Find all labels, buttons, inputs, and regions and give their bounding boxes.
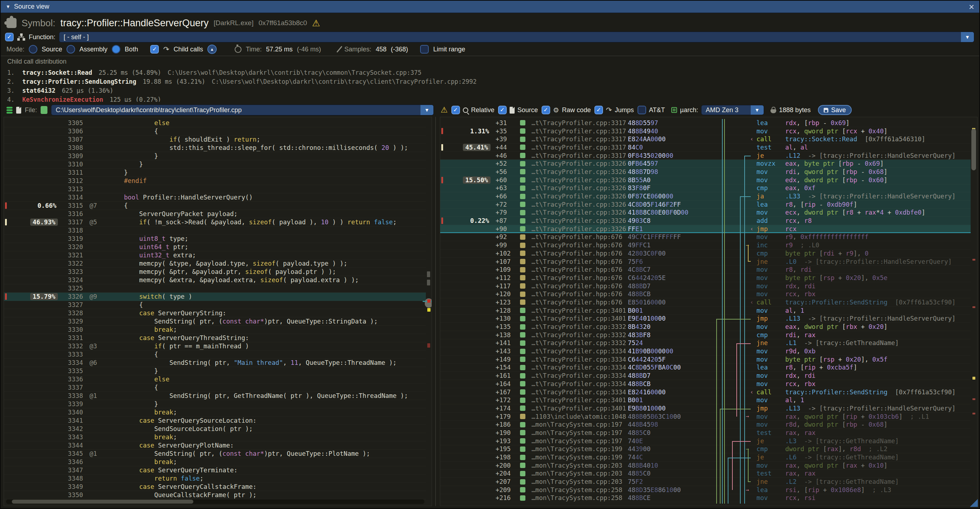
asm-row[interactable]: +174…t\TracyProfiler.cpp:3401E9B8010000j…: [440, 404, 970, 413]
source-line-row[interactable]: 3333 {: [4, 350, 426, 359]
asm-source-location[interactable]: …t\TracyProfiler.cpp:3326: [531, 160, 628, 167]
source-line-row[interactable]: 3310 }: [4, 160, 426, 169]
source-line-row[interactable]: 3325: [4, 284, 426, 293]
asm-mnemonic[interactable]: cmp: [751, 331, 785, 339]
source-line-row[interactable]: 3323 memcpy( &ptr, &payload.ptr, sizeof(…: [4, 268, 426, 276]
source-line-row[interactable]: 46.93%3317@5 if( !m_sock->Read( &payload…: [4, 218, 426, 226]
titlebar[interactable]: ▼ Source view ×: [1, 1, 979, 13]
asm-row[interactable]: +102…t\TracyProfiler.hpp:67642803C0F00cm…: [440, 250, 970, 258]
collapse-up-button[interactable]: ▲: [207, 45, 217, 54]
asm-row[interactable]: +207…mon\TracySystem.cpp:20375F2jne.L2 -…: [440, 478, 970, 486]
asm-row[interactable]: +90…t\TracyProfiler.cpp:3326FFE1‹jmprcx: [440, 225, 970, 233]
asm-mnemonic[interactable]: mov: [751, 396, 785, 404]
file-combo[interactable]: C:\Users\wolf\Desktop\darkrl\contrib\tra…: [51, 105, 434, 115]
asm-source-location[interactable]: …t\TracyProfiler.hpp:676: [531, 233, 628, 240]
asm-mnemonic[interactable]: mov: [751, 323, 785, 330]
source-line-row[interactable]: 3307 if( shouldExit ) return;: [4, 135, 426, 144]
asm-source-location[interactable]: …t\TracyProfiler.cpp:3317: [531, 119, 628, 127]
asm-row[interactable]: +190…mon\TracySystem.cpp:1974885C0testra…: [440, 429, 970, 437]
chevron-down-icon[interactable]: ▼: [751, 105, 764, 115]
source-line-row[interactable]: 3336 else: [4, 375, 426, 383]
child-calls-label[interactable]: Child calls: [173, 46, 203, 53]
asm-source-location[interactable]: …t\TracyProfiler.cpp:3326: [531, 168, 628, 175]
asm-row[interactable]: +56…t\TracyProfiler.cpp:3326488B7D98movr…: [440, 168, 970, 176]
asm-mnemonic[interactable]: mov: [751, 274, 785, 282]
asm-source-location[interactable]: …t\TracyProfiler.cpp:3334: [531, 348, 628, 355]
source-line-row[interactable]: 3334@6 SendString( ptr, "Main thread", 1…: [4, 359, 426, 367]
asm-source-location[interactable]: …mon\TracySystem.cpp:197: [531, 437, 628, 445]
asm-row[interactable]: +72…t\TracyProfiler.cpp:33264C8D05F146F2…: [440, 200, 970, 209]
jumps-checkbox[interactable]: ✓: [594, 106, 603, 114]
source-line-row[interactable]: 3312#endif: [4, 177, 426, 185]
asm-source-location[interactable]: …t\TracyProfiler.cpp:3317: [531, 152, 628, 159]
asm-mnemonic[interactable]: lea: [751, 201, 785, 208]
limit-range-label[interactable]: Limit range: [433, 46, 465, 53]
asm-source-location[interactable]: …t\TracyProfiler.hpp:676: [531, 283, 628, 290]
asm-row[interactable]: 15.50%+60…t\TracyProfiler.cpp:33268B55A0…: [440, 176, 970, 185]
asm-source-location[interactable]: …mon\TracySystem.cpp:203: [531, 470, 628, 477]
asm-source-location[interactable]: …mon\TracySystem.cpp:203: [531, 478, 628, 485]
asm-source-location[interactable]: …t\TracyProfiler.cpp:3401: [531, 315, 628, 322]
asm-mnemonic[interactable]: jne: [751, 258, 785, 265]
asm-mnemonic[interactable]: inc: [751, 242, 785, 249]
asm-row[interactable]: +112…t\TracyProfiler.hpp:676C64424205Emo…: [440, 274, 970, 282]
asm-row[interactable]: +128…t\TracyProfiler.cpp:3401B001moval, …: [440, 307, 970, 315]
source-line-row[interactable]: 3344 case ServerQueryPlotName:: [4, 441, 426, 450]
radio-assembly[interactable]: [67, 45, 75, 54]
asm-mnemonic[interactable]: test: [751, 429, 785, 436]
source-line-row[interactable]: 3347 case ServerQueryTerminate:: [4, 466, 426, 474]
source-line-row[interactable]: 3322 memcpy( &type, &payload.type, sizeo…: [4, 259, 426, 268]
child-calls-checkbox[interactable]: ✓: [150, 45, 159, 54]
asm-mnemonic[interactable]: mov: [751, 266, 785, 273]
asm-row[interactable]: +179…1103\include\atomic:1048488B05B63C1…: [440, 413, 970, 421]
asm-source-location[interactable]: …t\TracyProfiler.hpp:676: [531, 250, 628, 257]
asm-row[interactable]: +52…t\TracyProfiler.cpp:33260FB64597movz…: [440, 160, 970, 168]
att-checkbox[interactable]: ✓: [638, 106, 646, 114]
att-label[interactable]: AT&T: [649, 107, 665, 114]
asm-mnemonic[interactable]: je: [751, 437, 785, 445]
relative-label[interactable]: Relative: [471, 107, 495, 114]
asm-row[interactable]: +161…t\TracyProfiler.cpp:3334488BD7movrd…: [440, 372, 970, 380]
asm-mnemonic[interactable]: cmp: [751, 445, 785, 453]
source-line-row[interactable]: 3311}: [4, 169, 426, 177]
asm-source-location[interactable]: …t\TracyProfiler.cpp:3326: [531, 225, 628, 232]
asm-row[interactable]: +172…t\TracyProfiler.cpp:3401B001moval, …: [440, 396, 970, 404]
asm-source-location[interactable]: …1103\include\atomic:1048: [531, 413, 628, 420]
asm-source-location[interactable]: …t\TracyProfiler.hpp:676: [531, 258, 628, 265]
source-line-row[interactable]: 3339 }: [4, 400, 426, 408]
asm-mnemonic[interactable]: cmp: [751, 185, 785, 192]
source-line-row[interactable]: 15.79%3326@9 switch( type ): [4, 293, 426, 301]
asm-row[interactable]: +135…t\TracyProfiler.cpp:33328B4320movea…: [440, 323, 970, 331]
source-line-row[interactable]: 3306 {: [4, 127, 426, 135]
scroll-thumb[interactable]: [971, 129, 976, 170]
asm-row[interactable]: +39…t\TracyProfiler.cpp:3317E824AA0000‹c…: [440, 135, 970, 143]
asm-mnemonic[interactable]: jne: [751, 478, 785, 485]
asm-mnemonic[interactable]: ja: [751, 192, 785, 200]
source-line-row[interactable]: 3314bool Profiler::HandleServerQuery(): [4, 193, 426, 202]
asm-source-location[interactable]: …t\TracyProfiler.cpp:3334: [531, 380, 628, 388]
asm-row[interactable]: +198…mon\TracySystem.cpp:199744Cje.L6 ->…: [440, 453, 970, 461]
asm-mnemonic[interactable]: mov: [751, 168, 785, 175]
radio-both[interactable]: [112, 45, 120, 54]
source-line-row[interactable]: 3345@1 SendString( ptr, (const char*)ptr…: [4, 450, 426, 458]
asm-source-location[interactable]: …t\TracyProfiler.cpp:3326: [531, 192, 628, 200]
asm-row[interactable]: +107…t\TracyProfiler.hpp:67675F6jne.L0 -…: [440, 258, 970, 266]
asm-mnemonic[interactable]: jne: [751, 339, 785, 347]
source-line-row[interactable]: 3332@3 if( ptr == m_mainThread ): [4, 342, 426, 350]
database-icon[interactable]: [6, 107, 13, 114]
asm-source-location[interactable]: …mon\TracySystem.cpp:258: [531, 486, 628, 493]
asm-mnemonic[interactable]: ‹call: [751, 135, 785, 143]
chevron-down-icon[interactable]: ▼: [420, 105, 433, 115]
asm-row[interactable]: +154…t\TracyProfiler.cpp:33344C8D055FBA0…: [440, 364, 970, 372]
asm-row[interactable]: 1.31%+35…t\TracyProfiler.cpp:3317488B494…: [440, 127, 970, 135]
asm-mnemonic[interactable]: mov: [751, 372, 785, 379]
asm-source-location[interactable]: …t\TracyProfiler.cpp:3326: [531, 217, 628, 224]
source-line-row[interactable]: 3305 else: [4, 119, 426, 127]
asm-row[interactable]: +92…t\TracyProfiler.hpp:67649C7C1FFFFFFF…: [440, 233, 970, 242]
radio-both-label[interactable]: Both: [125, 46, 138, 53]
asm-row[interactable]: +164…t\TracyProfiler.cpp:3334488BCBmovrc…: [440, 380, 970, 388]
source-line-row[interactable]: 3308 std::this_thread::sleep_for( std::c…: [4, 144, 426, 152]
function-checkbox[interactable]: ✓: [5, 33, 14, 41]
source-line-row[interactable]: 3338@1 SendString( ptr, GetThreadName( p…: [4, 392, 426, 400]
source-line-row[interactable]: 3318: [4, 226, 426, 235]
